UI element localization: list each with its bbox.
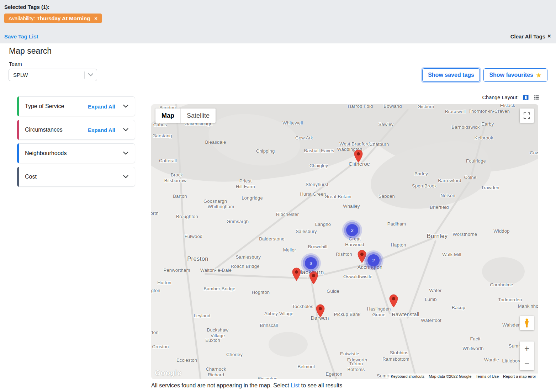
report-map-error-link[interactable]: Report a map error: [501, 374, 538, 379]
filter-accordion-circumstances[interactable]: CircumstancesExpand All: [17, 120, 135, 140]
place-label: Hoghton: [252, 290, 270, 295]
place-label: Buckshaw Village: [207, 327, 229, 339]
chevron-down-icon: [123, 105, 128, 108]
expand-all-link[interactable]: Expand All: [88, 104, 115, 110]
fullscreen-button[interactable]: [520, 108, 534, 123]
cluster-marker[interactable]: 2: [367, 254, 380, 266]
terrain-patch: [269, 332, 308, 357]
clear-all-tags-button[interactable]: Clear All Tags ×: [510, 33, 551, 40]
red-map-pin[interactable]: [358, 250, 366, 263]
place-label: Chorley: [226, 352, 243, 357]
map-type-satellite-button[interactable]: Satellite: [181, 108, 216, 123]
zoom-out-button[interactable]: −: [520, 356, 534, 370]
filter-label: Cost: [25, 174, 123, 180]
place-label: Padiham: [387, 221, 406, 227]
map-attribution: Keyboard shortcuts Map data ©2022 Google…: [388, 374, 538, 379]
road-segment: [319, 333, 338, 379]
selected-tags-title: Selected Tags (1):: [4, 4, 552, 10]
filter-accordion-type-of-service[interactable]: Type of ServiceExpand All: [17, 96, 135, 116]
place-label: Langho: [315, 222, 331, 227]
red-map-pin[interactable]: [354, 149, 363, 163]
category-color-bar: [17, 120, 19, 140]
tag-category: Availability:: [9, 15, 37, 21]
place-label: Waterfoot: [421, 318, 441, 323]
road-segment: [374, 238, 433, 263]
place-label: Fulwood: [185, 234, 203, 239]
tag-value: Thursday At Morning: [37, 15, 90, 21]
team-select[interactable]: SPLW: [9, 69, 97, 81]
place-label: Balderstone: [259, 236, 285, 242]
road-segment: [373, 263, 391, 314]
pegman-icon[interactable]: [520, 316, 534, 330]
place-label: Abbey Village: [264, 311, 293, 317]
place-label: Roach Bridge: [231, 264, 259, 269]
place-label: Eccleston: [176, 357, 197, 363]
place-label: Whittingham: [208, 204, 234, 210]
place-label: Bamber Bridge: [203, 286, 235, 292]
place-label: Hutton: [157, 280, 171, 286]
keyboard-shortcuts-link[interactable]: Keyboard shortcuts: [388, 374, 427, 379]
place-label: Samlesbury: [236, 254, 261, 260]
list-layout-icon[interactable]: [533, 94, 540, 101]
place-label: Croston: [152, 344, 169, 350]
red-map-pin[interactable]: [292, 267, 301, 281]
availability-tag[interactable]: Availability: Thursday At Morning ×: [4, 14, 102, 23]
cluster-marker[interactable]: 3: [305, 257, 317, 269]
chevron-down-icon: [123, 152, 128, 155]
list-link[interactable]: List: [291, 382, 300, 388]
red-map-pin[interactable]: [389, 294, 398, 308]
expand-all-link[interactable]: Expand All: [88, 127, 115, 133]
cluster-marker[interactable]: 2: [346, 224, 358, 236]
terms-of-use-link[interactable]: Terms of Use: [473, 374, 501, 379]
chevron-down-icon: [123, 128, 128, 132]
place-label: Guide: [327, 288, 339, 294]
place-label: Edgworth: [347, 357, 367, 363]
place-label: Stubbins: [390, 350, 408, 356]
show-saved-tags-button[interactable]: Show saved tags: [422, 68, 480, 82]
change-layout-label: Change Layout:: [482, 95, 519, 100]
place-label: Whalley: [343, 203, 360, 209]
filter-label: Type of Service: [25, 103, 88, 110]
place-label: Preston: [187, 255, 208, 263]
zoom-in-button[interactable]: +: [520, 341, 534, 356]
selected-tags-bar: Selected Tags (1): Availability: Thursda…: [0, 0, 556, 43]
red-map-pin[interactable]: [316, 304, 325, 318]
place-label: Whitworth: [462, 346, 484, 351]
footnote-text-post: to see all results: [300, 382, 342, 388]
star-icon: ★: [536, 71, 542, 79]
footnote-text-pre: All services found are not appearing in …: [151, 382, 291, 388]
chevron-down-icon: [85, 73, 97, 76]
place-label: Facit: [470, 336, 480, 342]
map-canvas[interactable]: ScortonHarrop FoldBowlandGisburnElslackB…: [151, 104, 538, 379]
place-label: Oswaldtwistle: [343, 274, 372, 280]
place-label: Entwistle: [340, 351, 359, 357]
team-select-value: SPLW: [9, 72, 84, 78]
place-label: ngton: [151, 288, 160, 293]
red-map-pin[interactable]: [309, 271, 318, 285]
filter-accordion-cost[interactable]: Cost: [17, 167, 135, 187]
google-logo[interactable]: Google: [155, 369, 181, 377]
place-label: Charnock Richard: [206, 366, 226, 378]
save-tag-list-link[interactable]: Save Tag List: [4, 33, 38, 39]
place-label: Lumb: [425, 297, 436, 302]
place-label: Mellor: [283, 247, 296, 253]
tag-text: Availability: Thursday At Morning: [9, 15, 90, 21]
place-label: Ramsbottom: [382, 356, 409, 362]
show-favourites-button[interactable]: Show favourites ★: [483, 68, 547, 82]
road-segment: [399, 318, 418, 379]
place-label: Grimsargh: [227, 219, 249, 224]
place-label: Goosnargh: [203, 198, 227, 204]
place-label: Pickup Bank: [334, 312, 360, 317]
place-label: Worsthorne: [453, 232, 477, 237]
filter-accordion-neighbourhoods[interactable]: Neighbourhoods: [17, 143, 135, 163]
map-type-map-button[interactable]: Map: [155, 108, 181, 123]
clear-all-icon: ×: [547, 33, 551, 40]
tag-remove-icon[interactable]: ×: [94, 15, 97, 21]
place-label: Hapton: [391, 242, 406, 248]
place-label: Longridge: [242, 195, 263, 201]
map-layout-icon[interactable]: [522, 94, 529, 101]
place-label: Wardle: [484, 357, 499, 363]
road-segment: [407, 240, 437, 319]
place-label: Barton: [173, 194, 187, 199]
place-label: Walsden: [502, 322, 521, 328]
